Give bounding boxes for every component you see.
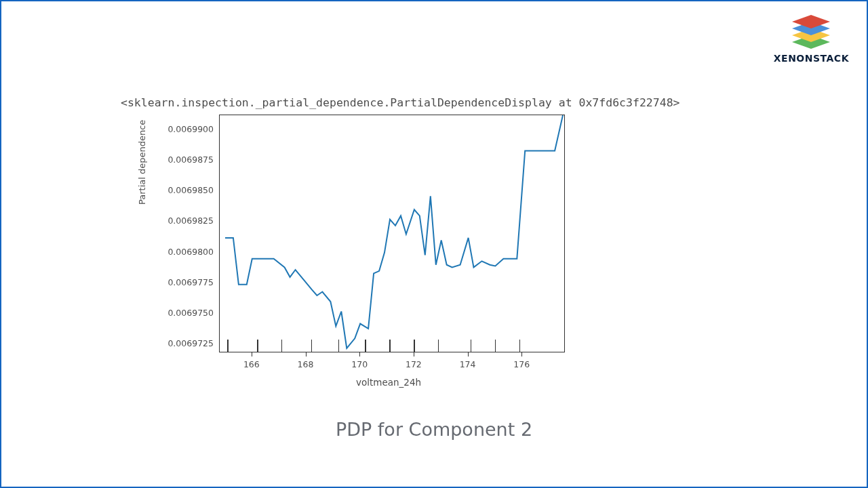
rug-tick (281, 340, 283, 352)
rug-tick (365, 340, 366, 352)
y-tick-label: 0.0069875 (159, 155, 214, 165)
rug-tick (227, 340, 229, 352)
x-tick-label: 168 (292, 359, 319, 369)
brand-logo: XENONSTACK (774, 14, 849, 64)
rug-tick (338, 340, 340, 352)
object-repr: <sklearn.inspection._partial_dependence.… (121, 96, 680, 109)
x-tick-label: 174 (454, 359, 481, 369)
x-tick-mark (414, 352, 414, 357)
rug-tick (414, 340, 415, 352)
x-tick-mark (468, 352, 469, 357)
x-axis-label: voltmean_24h (356, 377, 421, 388)
y-tick-label: 0.0069800 (159, 247, 214, 257)
x-tick-label: 170 (346, 359, 373, 369)
y-tick-label: 0.0069850 (159, 185, 214, 195)
line-series (220, 115, 566, 353)
y-tick-label: 0.0069775 (159, 277, 214, 287)
x-tick-label: 176 (508, 359, 535, 369)
logo-text: XENONSTACK (774, 53, 849, 64)
rug-tick (495, 340, 496, 352)
x-tick-mark (521, 352, 522, 357)
x-tick-label: 166 (238, 359, 265, 369)
y-tick-label: 0.0069750 (159, 308, 214, 318)
y-tick-label: 0.0069825 (159, 216, 214, 226)
x-tick-mark (359, 352, 360, 357)
y-tick-label: 0.0069900 (159, 124, 214, 134)
rug-tick (519, 340, 521, 352)
rug-tick (438, 340, 439, 352)
rug-tick (389, 340, 391, 352)
chart-caption: PDP for Component 2 (336, 419, 532, 440)
x-tick-label: 172 (400, 359, 427, 369)
x-tick-mark (252, 352, 252, 357)
rug-tick (471, 340, 472, 352)
y-tick-label: 0.0069725 (159, 338, 214, 348)
y-axis-label: Partial dependence (137, 120, 147, 205)
logo-stack-icon (789, 14, 833, 49)
pdp-chart (219, 115, 565, 352)
x-tick-mark (306, 352, 307, 357)
rug-tick (257, 340, 258, 352)
rug-tick (311, 340, 313, 352)
